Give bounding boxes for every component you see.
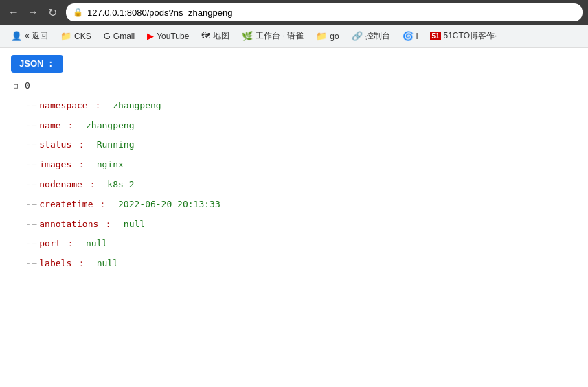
field-key: images ： bbox=[39, 158, 86, 172]
tree-field-row: ├─nodename ： k8s-2 bbox=[14, 173, 577, 193]
forward-button[interactable]: → bbox=[25, 4, 41, 21]
json-button-row: JSON ： bbox=[11, 55, 577, 78]
bookmark-51cto[interactable]: 51 51CTO博客作· bbox=[425, 28, 502, 44]
tree-field-row: ├─name ： zhangpeng bbox=[14, 114, 577, 134]
bookmark-i[interactable]: 🌀 i bbox=[397, 29, 424, 43]
url-text: 127.0.0.1:8080/pods?ns=zhangpeng bbox=[87, 8, 232, 18]
control-icon: 🔗 bbox=[352, 31, 363, 41]
field-value: zhangpeng bbox=[113, 99, 161, 113]
youtube-icon: ▶ bbox=[147, 31, 154, 41]
bookmark-youtube[interactable]: ▶ YouTube bbox=[142, 29, 194, 43]
bookmark-control[interactable]: 🔗 控制台 bbox=[346, 28, 396, 44]
bookmark-gmail[interactable]: G Gmail bbox=[98, 29, 140, 43]
bookmark-cks-label: CKS bbox=[74, 32, 91, 41]
tree-field-row: ├─namespace ： zhangpeng bbox=[14, 94, 577, 114]
content-area: JSON ： ⊟ 0 ├─namespace ： zhangpeng├─name… bbox=[0, 48, 588, 279]
tree-field-row: ├─images ： nginx bbox=[14, 153, 577, 173]
tree-field-row: └─labels ： null bbox=[14, 252, 577, 272]
field-key: name ： bbox=[39, 119, 75, 133]
field-value: 2022-06-20 20:13:33 bbox=[118, 198, 220, 212]
field-value: null bbox=[97, 257, 118, 271]
bookmark-control-label: 控制台 bbox=[365, 30, 390, 42]
field-value: null bbox=[124, 218, 145, 232]
root-toggle[interactable]: ⊟ bbox=[14, 80, 23, 93]
bookmark-go-label: go bbox=[330, 32, 339, 41]
tree-rows: ├─namespace ： zhangpeng├─name ： zhangpen… bbox=[14, 94, 577, 272]
cks-icon: 📁 bbox=[60, 31, 71, 41]
i-icon: 🌀 bbox=[403, 31, 414, 41]
back-button[interactable]: ← bbox=[5, 4, 22, 21]
root-index: 0 bbox=[25, 79, 30, 93]
field-key: status ： bbox=[39, 138, 86, 152]
51cto-icon: 51 bbox=[430, 32, 440, 40]
field-value: k8s-2 bbox=[107, 178, 134, 192]
nav-buttons: ← → ↻ bbox=[5, 4, 60, 21]
gmail-icon: G bbox=[104, 31, 111, 41]
tree-container: ⊟ 0 ├─namespace ： zhangpeng├─name ： zhan… bbox=[11, 78, 577, 272]
field-value: Running bbox=[97, 138, 135, 152]
field-key: nodename ： bbox=[39, 178, 96, 192]
bookmark-51cto-label: 51CTO博客作· bbox=[444, 30, 497, 42]
json-button[interactable]: JSON ： bbox=[11, 55, 63, 73]
maps-icon: 🗺 bbox=[201, 31, 210, 41]
bookmark-go[interactable]: 📁 go bbox=[310, 29, 344, 43]
field-key: namespace ： bbox=[39, 99, 102, 113]
bookmark-youtube-label: YouTube bbox=[157, 32, 189, 41]
field-value: null bbox=[86, 237, 107, 251]
field-key: annotations ： bbox=[39, 218, 113, 232]
field-key: createtime ： bbox=[39, 198, 107, 212]
tree-field-row: ├─port ： null bbox=[14, 232, 577, 252]
bookmark-maps-label: 地图 bbox=[213, 30, 229, 42]
bookmark-gmail-label: Gmail bbox=[113, 32, 135, 41]
field-value: nginx bbox=[97, 158, 124, 172]
go-icon: 📁 bbox=[316, 31, 327, 41]
bookmark-maps[interactable]: 🗺 地图 bbox=[196, 28, 235, 44]
tree-field-row: ├─annotations ： null bbox=[14, 213, 577, 233]
address-bar[interactable]: 🔒 127.0.0.1:8080/pods?ns=zhangpeng bbox=[66, 3, 583, 21]
tree-field-row: ├─createtime ： 2022-06-20 20:13:33 bbox=[14, 193, 577, 213]
tree-field-row: ├─status ： Running bbox=[14, 133, 577, 153]
field-key: port ： bbox=[39, 237, 75, 251]
bookmark-fanhui-label: « 返回 bbox=[25, 30, 48, 42]
bookmark-worktable[interactable]: 🌿 工作台 · 语雀 bbox=[236, 28, 309, 44]
bookmark-worktable-label: 工作台 · 语雀 bbox=[256, 30, 304, 42]
refresh-button[interactable]: ↻ bbox=[44, 4, 60, 21]
field-value: zhangpeng bbox=[86, 119, 134, 133]
fanhui-icon: 👤 bbox=[11, 31, 22, 41]
bookmark-cks[interactable]: 📁 CKS bbox=[55, 29, 97, 43]
bookmarks-bar: 👤 « 返回 📁 CKS G Gmail ▶ YouTube 🗺 地图 🌿 工作… bbox=[0, 25, 588, 48]
root-row: ⊟ 0 bbox=[14, 78, 577, 94]
worktable-icon: 🌿 bbox=[242, 31, 253, 41]
field-key: labels ： bbox=[39, 257, 86, 271]
bookmark-i-label: i bbox=[416, 32, 418, 41]
lock-icon: 🔒 bbox=[73, 8, 83, 17]
bookmark-fanhui[interactable]: 👤 « 返回 bbox=[5, 28, 54, 44]
browser-toolbar: ← → ↻ 🔒 127.0.0.1:8080/pods?ns=zhangpeng bbox=[0, 0, 588, 25]
